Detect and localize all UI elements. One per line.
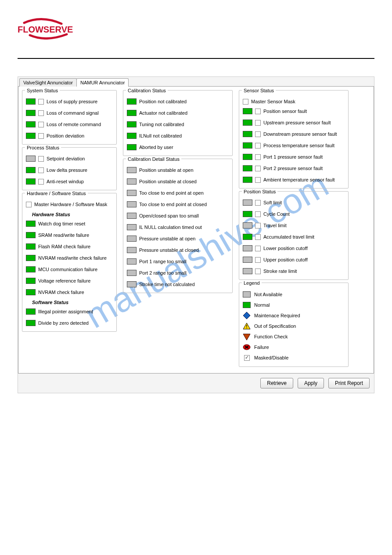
status-swatch xyxy=(26,278,36,284)
master-hw-sw-mask-checkbox[interactable] xyxy=(26,202,32,207)
status-swatch xyxy=(26,243,36,250)
status-label: Port 2 range too small xyxy=(139,270,187,276)
status-row: Port 1 pressure sensor fault xyxy=(243,152,345,162)
status-swatch xyxy=(243,142,252,149)
mask-checkbox[interactable] xyxy=(255,131,261,137)
mask-checkbox[interactable] xyxy=(38,156,44,162)
header-rule xyxy=(18,58,374,59)
retrieve-button[interactable]: Retrieve xyxy=(260,378,293,388)
status-row: Too close to end point at closed xyxy=(127,200,229,209)
group-title: Hardware / Software Status xyxy=(25,191,88,196)
master-sensor-mask-checkbox[interactable] xyxy=(243,99,248,105)
status-label: Soft limit xyxy=(263,200,282,205)
status-row: Illegal pointer assignment xyxy=(26,307,113,316)
group-position-status: Position Status Soft limitCycle CountTra… xyxy=(239,191,349,280)
group-sensor-status: Sensor Status Master Sensor Mask Positio… xyxy=(239,90,349,189)
status-swatch xyxy=(127,201,137,207)
mask-checkbox[interactable] xyxy=(38,110,44,116)
status-row: Ambient temperature sensor fault xyxy=(243,175,345,185)
status-label: Actuator not calibrated xyxy=(139,110,187,116)
mask-checkbox[interactable] xyxy=(255,223,261,229)
tab-namur[interactable]: NAMUR Annunciator xyxy=(76,78,129,87)
print-button[interactable]: Print Report xyxy=(328,378,370,388)
status-swatch xyxy=(26,320,36,326)
status-label: Too close to end point at closed xyxy=(139,202,207,207)
status-swatch xyxy=(127,247,137,253)
group-title: Process Status xyxy=(25,145,61,150)
status-row: Upper position cutoff xyxy=(243,255,345,265)
mask-checkbox[interactable] xyxy=(255,268,261,274)
status-row: Position unstable at closed xyxy=(127,177,229,186)
status-row: Position unstable at open xyxy=(127,165,229,175)
legend-row: Normal xyxy=(243,300,345,310)
mask-checkbox[interactable] xyxy=(255,246,261,251)
status-row: Watch dog timer reset xyxy=(26,219,113,229)
status-swatch xyxy=(127,167,137,173)
status-swatch xyxy=(127,258,137,265)
mask-checkbox[interactable] xyxy=(38,167,44,173)
svg-marker-4 xyxy=(243,334,250,340)
status-row: IL NULL calculation timed out xyxy=(127,222,229,232)
status-row: Loss of command signal xyxy=(26,108,113,118)
mask-checkbox[interactable] xyxy=(255,211,261,217)
status-swatch xyxy=(127,121,137,127)
status-label: Pressure unstable at open xyxy=(139,236,195,241)
status-swatch xyxy=(26,121,36,127)
mask-checkbox[interactable] xyxy=(38,179,44,185)
svg-text:FLOWSERVE: FLOWSERVE xyxy=(18,25,73,34)
group-title: Calibration Detail Status xyxy=(126,156,181,162)
mask-checkbox[interactable] xyxy=(255,120,261,126)
mask-checkbox[interactable] xyxy=(255,257,261,263)
group-title: System Status xyxy=(25,88,60,93)
status-swatch xyxy=(26,178,36,185)
column-1: System Status Loss of supply pressureLos… xyxy=(22,90,117,370)
status-row: Stroke rate limit xyxy=(243,266,345,276)
status-row: Lower position cutoff xyxy=(243,243,345,253)
tab-valvesight[interactable]: ValveSight Annunciator xyxy=(19,78,77,87)
status-row: Pressure unstable at open xyxy=(127,234,229,243)
status-label: Travel limit xyxy=(263,223,287,228)
calibration-detail-list: Position unstable at openPosition unstab… xyxy=(127,165,229,289)
apply-button[interactable]: Apply xyxy=(298,378,324,388)
status-swatch xyxy=(243,165,252,171)
status-swatch xyxy=(127,190,137,196)
status-row: Cycle Count xyxy=(243,209,345,219)
mask-checkbox[interactable] xyxy=(255,200,261,206)
status-row: ILNull not calibrated xyxy=(127,131,229,141)
status-row: Position deviation xyxy=(26,131,113,141)
calibration-status-list: Position not calibratedActuator not cali… xyxy=(127,97,229,152)
group-title: Legend xyxy=(242,280,262,286)
legend-row: Not Available xyxy=(243,289,345,300)
mask-checkbox[interactable] xyxy=(255,177,261,183)
mask-checkbox[interactable] xyxy=(255,166,261,171)
mask-checkbox[interactable] xyxy=(255,234,261,240)
mask-checkbox[interactable] xyxy=(38,122,44,127)
status-swatch xyxy=(243,245,252,251)
legend-row: Failure xyxy=(243,342,345,352)
status-swatch xyxy=(243,234,252,240)
mask-checkbox[interactable] xyxy=(255,109,261,114)
status-row: Position not calibrated xyxy=(127,97,229,106)
status-row: Anti-reset windup xyxy=(26,177,113,186)
mask-checkbox[interactable] xyxy=(255,143,261,149)
hardware-status-heading: Hardware Status xyxy=(32,212,113,217)
status-label: Watch dog timer reset xyxy=(38,221,85,226)
status-label: Aborted by user xyxy=(139,145,173,150)
status-label: MCU communication failure xyxy=(38,267,97,272)
mask-checkbox[interactable] xyxy=(255,154,261,160)
mask-checkbox[interactable] xyxy=(38,133,44,139)
mask-checkbox[interactable] xyxy=(38,99,44,105)
status-row: Position sensor fault xyxy=(243,106,345,116)
status-row: NVRAM check failure xyxy=(26,287,113,297)
group-system-status: System Status Loss of supply pressureLos… xyxy=(22,90,117,145)
not-available-icon xyxy=(243,291,251,297)
status-label: Tuning not calibrated xyxy=(139,122,184,127)
group-legend: Legend Not AvailableNormalMaintenace Req… xyxy=(239,283,349,367)
function-check-icon xyxy=(243,333,251,341)
status-row: Accumulated travel limit xyxy=(243,232,345,242)
brand-logo: FLOWSERVE xyxy=(18,18,374,40)
status-row: Port 1 range too small xyxy=(127,257,229,266)
process-status-list: Setpoint deviationLow delta pressureAnti… xyxy=(26,154,113,186)
status-swatch xyxy=(26,308,36,315)
status-label: Setpoint deviation xyxy=(47,156,85,161)
